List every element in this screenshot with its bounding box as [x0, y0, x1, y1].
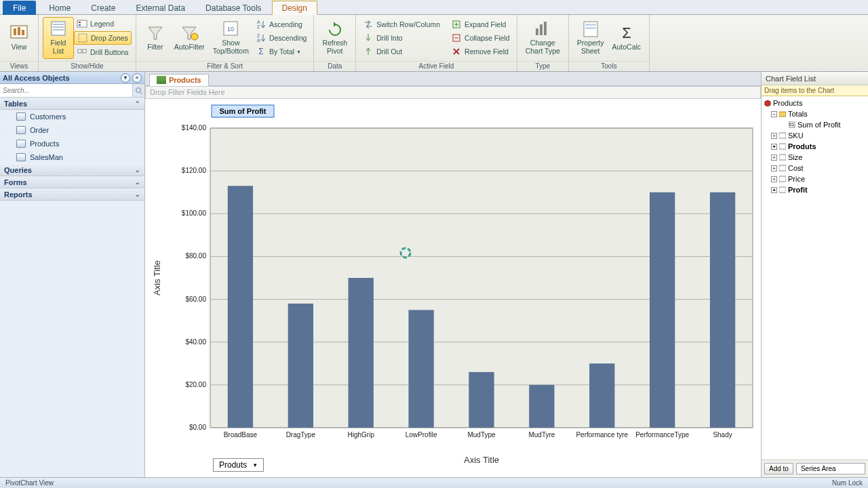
svg-rect-69: [650, 192, 675, 428]
switch-row-column-button[interactable]: Switch Row/Column: [360, 18, 443, 30]
expand-field-button[interactable]: Expand Field: [448, 18, 513, 30]
svg-rect-59: [349, 278, 374, 428]
svg-text:A: A: [257, 38, 260, 43]
nav-header[interactable]: All Access Objects ▾ «: [0, 72, 144, 84]
table-order-label: Order: [30, 126, 49, 134]
tree-size-label: Size: [788, 153, 802, 161]
cat-reports[interactable]: Reports⌄: [0, 188, 144, 201]
svg-text:Shady: Shady: [713, 431, 732, 439]
field-icon: [779, 186, 786, 193]
filter-button[interactable]: Filter: [140, 17, 170, 59]
svg-line-37: [140, 92, 142, 94]
svg-rect-63: [469, 372, 494, 428]
pivot-chart: $0.00$20.00$40.00$60.00$80.00$100.00$120…: [145, 99, 761, 477]
expand-icon: [451, 19, 462, 30]
tree-sku[interactable]: +SKU: [762, 130, 868, 141]
svg-point-36: [136, 87, 140, 92]
table-customers[interactable]: Customers: [0, 110, 144, 123]
ribbon: View Views Field List Legend Drop Zones …: [0, 15, 868, 72]
group-filter-sort: Filter AutoFilter 10Show Top/Bottom AZAs…: [136, 15, 315, 71]
svg-rect-13: [83, 49, 86, 53]
svg-rect-55: [228, 186, 253, 428]
table-salesman[interactable]: SalesMan: [0, 150, 144, 164]
tab-design[interactable]: Design: [272, 1, 317, 15]
cat-forms-label: Forms: [4, 178, 27, 186]
chart-canvas[interactable]: $0.00$20.00$40.00$60.00$80.00$100.00$120…: [145, 99, 761, 477]
tab-file[interactable]: File: [3, 1, 36, 15]
doctab-products[interactable]: Products: [149, 74, 209, 86]
by-total-button[interactable]: ΣBy Total▼: [253, 45, 309, 58]
drill-into-button[interactable]: Drill Into: [360, 32, 443, 44]
expand-box-icon: +: [771, 187, 777, 193]
table-salesman-label: SalesMan: [30, 153, 63, 161]
add-to-button[interactable]: Add to: [764, 463, 793, 474]
legend-icon: [77, 18, 87, 29]
tree-totals[interactable]: −Totals: [762, 108, 868, 119]
legend-button[interactable]: Legend: [74, 18, 132, 30]
nav-collapse-icon[interactable]: «: [132, 73, 142, 83]
show-top-bottom-label: Show Top/Bottom: [213, 39, 249, 55]
search-input[interactable]: [0, 84, 132, 97]
tree-size[interactable]: +Size: [762, 152, 868, 163]
drill-buttons-button[interactable]: Drill Buttons: [74, 46, 132, 58]
filter-drop-zone[interactable]: Drop Filter Fields Here: [145, 86, 761, 99]
chevron-down-icon: ⌄: [135, 191, 140, 198]
tree-cost[interactable]: +Cost: [762, 163, 868, 174]
drill-out-button[interactable]: Drill Out: [360, 45, 443, 58]
search-button[interactable]: [132, 84, 144, 97]
series-area-select[interactable]: Series Area: [796, 463, 865, 474]
field-list-button[interactable]: Field List: [43, 17, 74, 59]
svg-rect-10: [79, 24, 81, 26]
refresh-pivot-button[interactable]: Refresh Pivot: [318, 17, 351, 59]
tree-price[interactable]: +Price: [762, 174, 868, 184]
chart-field-list: Chart Field List Drag items to the Chart…: [761, 72, 868, 477]
ascending-label: Ascending: [269, 20, 302, 28]
tab-database-tools[interactable]: Database Tools: [195, 1, 272, 15]
ascending-button[interactable]: AZAscending: [253, 18, 309, 30]
autofilter-button[interactable]: AutoFilter: [170, 17, 209, 59]
tab-home[interactable]: Home: [39, 1, 81, 15]
group-active-field: Switch Row/Column Drill Into Drill Out E…: [356, 15, 517, 71]
nav-dropdown-icon[interactable]: ▾: [121, 73, 130, 83]
svg-text:$80.00: $80.00: [185, 252, 206, 260]
remove-field-button[interactable]: Remove Field: [448, 45, 513, 58]
drill-buttons-label: Drill Buttons: [90, 48, 129, 56]
category-axis-dropdown[interactable]: Produts▼: [213, 458, 264, 472]
svg-rect-3: [22, 30, 24, 35]
tree-sku-label: SKU: [788, 131, 804, 140]
drop-zones-button[interactable]: Drop Zones: [74, 31, 132, 45]
svg-rect-4: [52, 22, 65, 35]
tab-external-data[interactable]: External Data: [125, 1, 195, 15]
ribbon-tabs: File Home Create External Data Database …: [0, 0, 868, 15]
collapse-field-button[interactable]: Collapse Field: [448, 32, 513, 44]
main: All Access Objects ▾ « Tables⌃ Customers…: [0, 72, 868, 477]
expand-box-icon: +: [771, 155, 777, 161]
view-button[interactable]: View: [4, 17, 34, 59]
autocalc-button[interactable]: ΣAutoCalc: [608, 17, 646, 59]
status-view-mode: PivotChart View: [5, 479, 54, 487]
cat-tables[interactable]: Tables⌃: [0, 98, 144, 110]
cat-queries[interactable]: Queries⌄: [0, 164, 144, 176]
tab-create[interactable]: Create: [81, 1, 125, 15]
collapse-label: Collapse Field: [465, 34, 510, 42]
cat-forms[interactable]: Forms⌄: [0, 176, 144, 188]
svg-text:LowProfile: LowProfile: [406, 431, 437, 439]
change-chart-type-button[interactable]: Change Chart Type: [521, 17, 564, 59]
cube-icon: [764, 100, 771, 106]
property-sheet-button[interactable]: Property Sheet: [573, 17, 608, 59]
svg-text:$140.00: $140.00: [182, 124, 207, 131]
table-products[interactable]: Products: [0, 137, 144, 150]
tree-sum-of-profit[interactable]: 01Sum of Profit: [762, 119, 868, 130]
descending-button[interactable]: ZADescending: [253, 32, 309, 44]
group-tools: Property Sheet ΣAutoCalc Tools: [569, 15, 650, 71]
tree-products[interactable]: Products: [762, 98, 868, 108]
show-top-bottom-button[interactable]: 10Show Top/Bottom: [209, 17, 253, 59]
table-products-label: Products: [30, 140, 59, 148]
tree-profit[interactable]: +Profit: [762, 184, 868, 195]
svg-text:Z: Z: [257, 33, 260, 38]
tree-produts[interactable]: +Produts: [762, 141, 868, 152]
table-order[interactable]: Order: [0, 123, 144, 137]
field-list-subtitle: Drag items to the Chart: [762, 85, 868, 96]
drill-buttons-icon: [77, 47, 87, 58]
field-icon: [779, 165, 786, 171]
